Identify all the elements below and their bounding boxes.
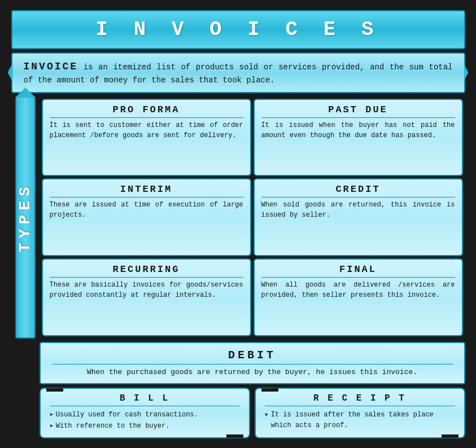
invoice-word: INVOICE: [24, 61, 78, 72]
bill-item-1: ➤ Usually used for cash transactions.: [50, 410, 240, 421]
type-card-past-due: PAST DUE It is issued when the buyer has…: [254, 99, 463, 177]
type-card-interim: INTERIM These are issued at time of exec…: [42, 178, 251, 256]
middle-section: TYPES PRO FORMA It is sent to customer e…: [11, 96, 465, 339]
receipt-item-1: ➤ It is issued after the sales takes pla…: [265, 410, 455, 431]
final-desc: When all goods are delivered /services a…: [261, 280, 455, 300]
title-bar: I N V O I C E S: [11, 10, 465, 49]
recurring-title: RECURRING: [50, 264, 243, 278]
bill-item-1-text: Usually used for cash transactions.: [56, 410, 198, 420]
definition-text: INVOICE is an itemized list of products …: [24, 59, 453, 86]
receipt-title: R E C E I P T: [265, 393, 455, 406]
recurring-desc: These are basically invoices for goods/s…: [50, 280, 243, 300]
pro-forma-title: PRO FORMA: [50, 104, 243, 118]
type-card-credit: CREDIT When sold goods are returned, thi…: [254, 178, 463, 256]
main-container: I N V O I C E S INVOICE is an itemized l…: [7, 6, 470, 443]
bill-item-2: ➤ With reference to the buyer.: [50, 421, 240, 432]
type-card-final: FINAL When all goods are delivered /serv…: [254, 258, 463, 336]
bullet-icon-3: ➤: [265, 410, 269, 421]
debit-desc: When the purchased goods are returned by…: [52, 367, 453, 378]
types-arrow: TYPES: [11, 96, 40, 339]
types-grid: PRO FORMA It is sent to customer either …: [40, 96, 465, 339]
bill-title: B I L L: [50, 393, 240, 406]
receipt-card: R E C E I P T ➤ It is issued after the s…: [255, 388, 465, 438]
receipt-item-1-text: It is issued after the sales takes place…: [271, 410, 455, 431]
debit-bar: DEBIT When the purchased goods are retur…: [40, 342, 465, 385]
past-due-desc: It is issued when the buyer has not paid…: [261, 120, 455, 140]
credit-title: CREDIT: [261, 184, 455, 197]
bill-card: B I L L ➤ Usually used for cash transact…: [40, 388, 250, 438]
arrow-shaft: TYPES: [15, 96, 36, 339]
bill-item-2-text: With reference to the buyer.: [56, 421, 170, 432]
definition-body: is an itemized list of products sold or …: [24, 63, 453, 85]
bottom-section: B I L L ➤ Usually used for cash transact…: [40, 388, 465, 438]
type-card-recurring: RECURRING These are basically invoices f…: [42, 258, 251, 336]
past-due-title: PAST DUE: [261, 104, 455, 118]
type-card-pro-forma: PRO FORMA It is sent to customer either …: [42, 99, 251, 177]
types-label: TYPES: [16, 182, 34, 252]
pro-forma-desc: It is sent to customer either at time of…: [50, 120, 243, 140]
debit-title: DEBIT: [52, 349, 453, 364]
bullet-icon-1: ➤: [50, 410, 54, 421]
definition-bar: INVOICE is an itemized list of products …: [11, 52, 465, 93]
page-title: I N V O I C E S: [12, 18, 464, 41]
credit-desc: When sold goods are returned, this invoi…: [261, 200, 455, 220]
interim-title: INTERIM: [50, 184, 243, 197]
final-title: FINAL: [261, 264, 455, 278]
bullet-icon-2: ➤: [50, 421, 54, 432]
interim-desc: These are issued at time of execution of…: [50, 200, 243, 220]
